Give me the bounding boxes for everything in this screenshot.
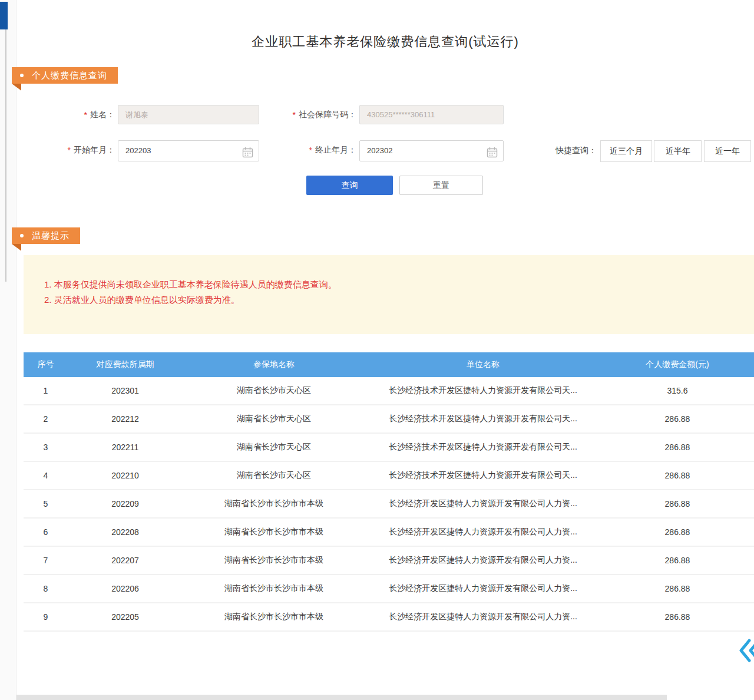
section-badge-tips-label: 温馨提示 bbox=[32, 230, 70, 242]
table-cell: 湖南省长沙市天心区 bbox=[183, 385, 365, 396]
table-cell: 长沙经济技术开发区捷特人力资源开发有限公司天... bbox=[365, 442, 601, 453]
ssn-label: * 社会保障号码： bbox=[259, 110, 356, 120]
table-cell: 286.88 bbox=[601, 443, 754, 452]
quick-query-label: 快捷查询： bbox=[541, 146, 597, 156]
table-row: 6202208湖南省长沙市长沙市市本级长沙经济开发区捷特人力资源开发有限公司人力… bbox=[24, 519, 754, 547]
table-cell: 7 bbox=[24, 556, 68, 565]
sidebar-blue-block bbox=[0, 2, 8, 29]
table-row: 8202206湖南省长沙市长沙市市本级长沙经济开发区捷特人力资源开发有限公司人力… bbox=[24, 575, 754, 603]
reset-button[interactable]: 重置 bbox=[399, 176, 483, 195]
double-chevron-left-icon[interactable] bbox=[738, 638, 754, 663]
required-asterisk: * bbox=[68, 146, 71, 155]
section-badge-tips: 温馨提示 bbox=[12, 227, 80, 252]
end-month-field[interactable]: 202302 bbox=[359, 140, 504, 161]
notice-box: 1. 本服务仅提供尚未领取企业职工基本养老保险待遇人员的缴费信息查询。 2. 灵… bbox=[24, 255, 754, 334]
table-cell: 长沙经济开发区捷特人力资源开发有限公司人力资... bbox=[365, 527, 601, 537]
table-cell: 202205 bbox=[68, 612, 183, 622]
name-field[interactable]: 谢旭泰 bbox=[118, 105, 259, 124]
table-cell: 湖南省长沙市长沙市市本级 bbox=[183, 555, 365, 566]
table-body: 1202301湖南省长沙市天心区长沙经济技术开发区捷特人力资源开发有限公司天..… bbox=[24, 377, 754, 632]
page-title: 企业职工基本养老保险缴费信息查询(试运行) bbox=[16, 33, 754, 51]
table-cell: 315.6 bbox=[601, 386, 754, 395]
table-cell: 长沙经济开发区捷特人力资源开发有限公司人力资... bbox=[365, 555, 601, 566]
calendar-icon[interactable] bbox=[242, 146, 253, 166]
required-asterisk: * bbox=[84, 110, 87, 120]
end-month-label: * 终止年月： bbox=[259, 145, 356, 156]
table-cell: 湖南省长沙市天心区 bbox=[183, 442, 365, 453]
sidebar-divider-line bbox=[5, 29, 6, 282]
table-cell: 286.88 bbox=[601, 612, 754, 622]
table-cell: 6 bbox=[24, 527, 68, 537]
quick-query-1year-button[interactable]: 近一年 bbox=[704, 140, 751, 162]
table-cell: 湖南省长沙市天心区 bbox=[183, 414, 365, 424]
start-month-field[interactable]: 202203 bbox=[118, 140, 259, 161]
table-header-cell: 个人缴费金额(元) bbox=[601, 359, 754, 370]
table-row: 5202209湖南省长沙市长沙市市本级长沙经济开发区捷特人力资源开发有限公司人力… bbox=[24, 490, 754, 519]
section-badge-query-label: 个人缴费信息查询 bbox=[32, 70, 107, 81]
table-row: 3202211湖南省长沙市天心区长沙经济技术开发区捷特人力资源开发有限公司天..… bbox=[24, 434, 754, 462]
notice-line-2: 2. 灵活就业人员的缴费单位信息以实际缴费为准。 bbox=[44, 292, 754, 308]
table-cell: 202207 bbox=[68, 556, 183, 565]
table-cell: 长沙经济开发区捷特人力资源开发有限公司人力资... bbox=[365, 498, 601, 509]
table-cell: 202208 bbox=[68, 527, 183, 537]
table-row: 7202207湖南省长沙市长沙市市本级长沙经济开发区捷特人力资源开发有限公司人力… bbox=[24, 547, 754, 575]
table-cell: 湖南省长沙市天心区 bbox=[183, 470, 365, 481]
table-cell: 8 bbox=[24, 584, 68, 593]
left-rail bbox=[0, 0, 16, 700]
table-cell: 湖南省长沙市长沙市市本级 bbox=[183, 498, 365, 509]
table-cell: 长沙经济技术开发区捷特人力资源开发有限公司天... bbox=[365, 470, 601, 481]
table-cell: 286.88 bbox=[601, 414, 754, 424]
table-cell: 4 bbox=[24, 471, 68, 480]
table-header-cell: 序号 bbox=[24, 359, 68, 370]
table-cell: 长沙经济技术开发区捷特人力资源开发有限公司天... bbox=[365, 385, 601, 396]
table-cell: 286.88 bbox=[601, 584, 754, 593]
quick-query-halfyear-button[interactable]: 近半年 bbox=[654, 140, 702, 162]
table-header-cell: 对应费款所属期 bbox=[68, 359, 183, 370]
table-cell: 202209 bbox=[68, 499, 183, 509]
calendar-icon[interactable] bbox=[487, 146, 498, 166]
badge-fold-decoration bbox=[12, 84, 21, 91]
table-cell: 2 bbox=[24, 414, 68, 424]
bottom-bar bbox=[16, 695, 667, 700]
table-header-row: 序号对应费款所属期参保地名称单位名称个人缴费金额(元) bbox=[24, 352, 754, 377]
table-cell: 286.88 bbox=[601, 527, 754, 537]
query-button[interactable]: 查询 bbox=[306, 176, 393, 195]
table-cell: 202211 bbox=[68, 443, 183, 452]
notice-line-1: 1. 本服务仅提供尚未领取企业职工基本养老保险待遇人员的缴费信息查询。 bbox=[44, 277, 754, 292]
table-cell: 202206 bbox=[68, 584, 183, 593]
section-badge-query: 个人缴费信息查询 bbox=[12, 67, 118, 91]
badge-fold-decoration bbox=[12, 244, 21, 252]
table-row: 9202205湖南省长沙市长沙市市本级长沙经济开发区捷特人力资源开发有限公司人力… bbox=[24, 603, 754, 632]
table-cell: 长沙经济开发区捷特人力资源开发有限公司人力资... bbox=[365, 583, 601, 594]
table-cell: 9 bbox=[24, 612, 68, 622]
table-header-cell: 单位名称 bbox=[365, 359, 601, 370]
required-asterisk: * bbox=[293, 110, 296, 120]
table-row: 2202212湖南省长沙市天心区长沙经济技术开发区捷特人力资源开发有限公司天..… bbox=[24, 405, 754, 434]
table-cell: 286.88 bbox=[601, 471, 754, 480]
required-asterisk: * bbox=[309, 146, 312, 155]
start-month-label: * 开始年月： bbox=[35, 145, 115, 156]
table-row: 1202301湖南省长沙市天心区长沙经济技术开发区捷特人力资源开发有限公司天..… bbox=[24, 377, 754, 405]
table-cell: 202212 bbox=[68, 414, 183, 424]
table-cell: 3 bbox=[24, 443, 68, 452]
table-cell: 286.88 bbox=[601, 499, 754, 509]
table-cell: 202301 bbox=[68, 386, 183, 395]
table-cell: 湖南省长沙市长沙市市本级 bbox=[183, 527, 365, 537]
bullet-icon bbox=[20, 234, 24, 237]
table-cell: 长沙经济开发区捷特人力资源开发有限公司人力资... bbox=[365, 612, 601, 622]
table-cell: 5 bbox=[24, 499, 68, 509]
table-cell: 286.88 bbox=[601, 556, 754, 565]
table-cell: 202210 bbox=[68, 471, 183, 480]
table-header-cell: 参保地名称 bbox=[183, 359, 365, 370]
results-table: 序号对应费款所属期参保地名称单位名称个人缴费金额(元) 1202301湖南省长沙… bbox=[24, 352, 754, 632]
quick-query-group: 近三个月 近半年 近一年 bbox=[601, 140, 751, 162]
table-cell: 湖南省长沙市长沙市市本级 bbox=[183, 583, 365, 594]
bullet-icon bbox=[20, 74, 24, 77]
table-cell: 1 bbox=[24, 386, 68, 395]
quick-query-3months-button[interactable]: 近三个月 bbox=[600, 140, 652, 162]
ssn-field[interactable]: 430525******306111 bbox=[359, 105, 504, 124]
table-cell: 湖南省长沙市长沙市市本级 bbox=[183, 612, 365, 622]
table-row: 4202210湖南省长沙市天心区长沙经济技术开发区捷特人力资源开发有限公司天..… bbox=[24, 462, 754, 490]
table-cell: 长沙经济技术开发区捷特人力资源开发有限公司天... bbox=[365, 414, 601, 424]
name-label: * 姓名： bbox=[35, 110, 115, 120]
